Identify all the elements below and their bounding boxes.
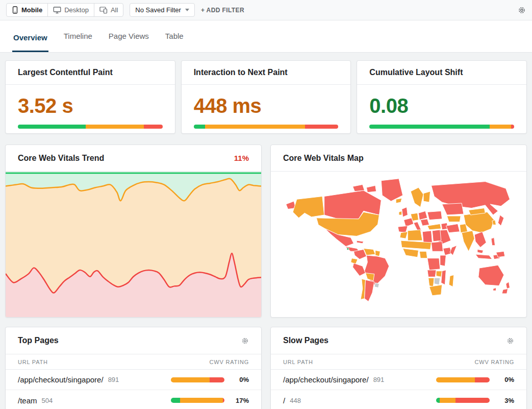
region-cuba[interactable]	[357, 240, 363, 244]
region-algeria[interactable]	[408, 230, 422, 240]
world-map[interactable]	[271, 172, 526, 317]
url-path: /app/checkout/singapore/	[18, 375, 104, 384]
region-madagascar[interactable]	[449, 275, 454, 286]
charts-row: Core Web Vitals Trend 11% Core Web Vital…	[5, 145, 527, 318]
column-url-path: URL PATH	[283, 359, 313, 365]
region-morocco[interactable]	[400, 232, 408, 238]
region-central-asia[interactable]	[447, 216, 461, 222]
region-south-africa[interactable]	[429, 285, 442, 296]
add-filter-button[interactable]: + ADD FILTER	[201, 7, 244, 14]
region-new-zealand-north[interactable]	[506, 282, 510, 288]
lcp-card-title: Largest Contentful Paint	[18, 68, 113, 77]
region-greenland[interactable]	[381, 179, 402, 201]
region-nigeria[interactable]	[419, 251, 427, 258]
region-tasmania[interactable]	[493, 287, 496, 291]
cls-rating-bar	[369, 125, 514, 129]
region-botswana[interactable]	[434, 278, 440, 284]
region-iceland[interactable]	[396, 198, 402, 203]
region-central-africa[interactable]	[427, 258, 440, 270]
table-row[interactable]: /app/checkout/singapore/8910%	[271, 370, 526, 390]
region-india[interactable]	[462, 231, 474, 251]
region-eastern-europe[interactable]	[420, 219, 429, 226]
region-angola[interactable]	[427, 270, 436, 277]
mobile-phone-icon	[12, 6, 18, 14]
region-philippines[interactable]	[491, 237, 495, 245]
slow-pages-settings-button[interactable]	[506, 337, 514, 345]
cwv-trend-card: Core Web Vitals Trend 11%	[5, 145, 262, 318]
region-new-zealand-south[interactable]	[502, 288, 508, 294]
page-view-count: 448	[290, 397, 301, 404]
inp-card: Interaction to Next Paint 448 ms	[181, 60, 351, 134]
top-pages-rows: /app/checkout/singapore/8910%/team50417%	[6, 370, 261, 409]
region-australia[interactable]	[478, 265, 504, 285]
cwv-good-percent: 3%	[497, 397, 514, 404]
top-pages-column-headers: URL PATH CWV RATING	[6, 354, 261, 370]
region-uruguay[interactable]	[374, 283, 379, 288]
region-west-africa[interactable]	[403, 248, 419, 257]
region-malaysia[interactable]	[477, 249, 484, 253]
saved-filter-dropdown[interactable]: No Saved Filter	[130, 3, 195, 17]
region-japan[interactable]	[498, 215, 504, 226]
region-zambia[interactable]	[436, 271, 442, 277]
top-pages-card: Top Pages URL PATH CWV RATING /app/check…	[5, 327, 262, 409]
region-ukraine[interactable]	[427, 211, 442, 220]
table-row[interactable]: /4483%	[271, 390, 526, 409]
top-toolbar: Mobile Desktop All No Saved Filter + ADD…	[0, 0, 532, 20]
page-view-count: 504	[42, 397, 53, 404]
slow-pages-rows: /app/checkout/singapore/8910%/4483%	[271, 370, 526, 409]
region-guyana[interactable]	[375, 250, 381, 256]
tab-overview[interactable]: Overview	[12, 33, 48, 52]
table-row[interactable]: /app/checkout/singapore/8910%	[6, 370, 261, 390]
region-sudan[interactable]	[431, 242, 443, 251]
region-peru[interactable]	[353, 263, 366, 276]
rating-bar-segment-needs_improvement	[171, 377, 210, 382]
top-pages-header: Top Pages	[6, 327, 261, 354]
region-argentina[interactable]	[365, 280, 374, 301]
view-tabs: Overview Timeline Page Views Table	[0, 20, 532, 53]
top-pages-settings-button[interactable]	[241, 337, 249, 345]
cwv-rating-bar	[436, 398, 490, 403]
region-ireland[interactable]	[399, 211, 402, 215]
region-el-salvador[interactable]	[347, 248, 349, 250]
slow-pages-card: Slow Pages URL PATH CWV RATING /app/chec…	[270, 327, 527, 409]
region-central-europe[interactable]	[418, 211, 427, 220]
region-kazakhstan[interactable]	[442, 203, 464, 215]
url-path: /app/checkout/singapore/	[283, 375, 369, 384]
region-uk[interactable]	[402, 207, 408, 217]
toolbar-settings-button[interactable]	[518, 6, 526, 14]
column-cwv-rating: CWV RATING	[475, 359, 514, 365]
region-indonesia[interactable]	[475, 254, 492, 259]
region-iran[interactable]	[446, 224, 460, 232]
device-toggle-group: Mobile Desktop All	[6, 3, 123, 17]
region-iberia[interactable]	[398, 226, 408, 232]
region-egypt[interactable]	[432, 230, 441, 242]
page-view-count: 891	[108, 376, 119, 383]
rating-bar-segment-good	[171, 398, 180, 403]
region-korea[interactable]	[492, 220, 496, 225]
region-norway-sweden[interactable]	[411, 187, 423, 207]
region-alaska[interactable]	[293, 196, 324, 218]
region-bolivia[interactable]	[366, 273, 374, 281]
region-finland[interactable]	[423, 191, 430, 202]
cwv-rating-bar	[171, 377, 224, 382]
region-libya[interactable]	[422, 231, 432, 243]
region-southeast-asia[interactable]	[474, 232, 486, 248]
device-toggle-desktop[interactable]: Desktop	[48, 4, 94, 16]
tab-page-views[interactable]: Page Views	[108, 32, 150, 52]
tab-timeline[interactable]: Timeline	[63, 32, 93, 52]
device-toggle-mobile[interactable]: Mobile	[7, 4, 48, 16]
device-toggle-all[interactable]: All	[94, 4, 123, 16]
trend-chart[interactable]	[6, 172, 261, 318]
tables-row: Top Pages URL PATH CWV RATING /app/check…	[5, 327, 527, 409]
cls-card: Cumulative Layout Shift 0.08	[357, 60, 527, 134]
cwv-good-percent: 0%	[232, 376, 249, 383]
table-row[interactable]: /team50417%	[6, 390, 261, 409]
region-china[interactable]	[464, 212, 494, 232]
region-east-africa[interactable]	[440, 255, 446, 266]
region-namibia[interactable]	[428, 278, 435, 286]
inp-card-title: Interaction to Next Paint	[194, 68, 288, 77]
page-view-count: 891	[373, 376, 385, 383]
region-mozambique[interactable]	[441, 270, 446, 285]
tab-table[interactable]: Table	[164, 32, 185, 52]
lcp-card-header: Largest Contentful Paint	[6, 61, 175, 85]
